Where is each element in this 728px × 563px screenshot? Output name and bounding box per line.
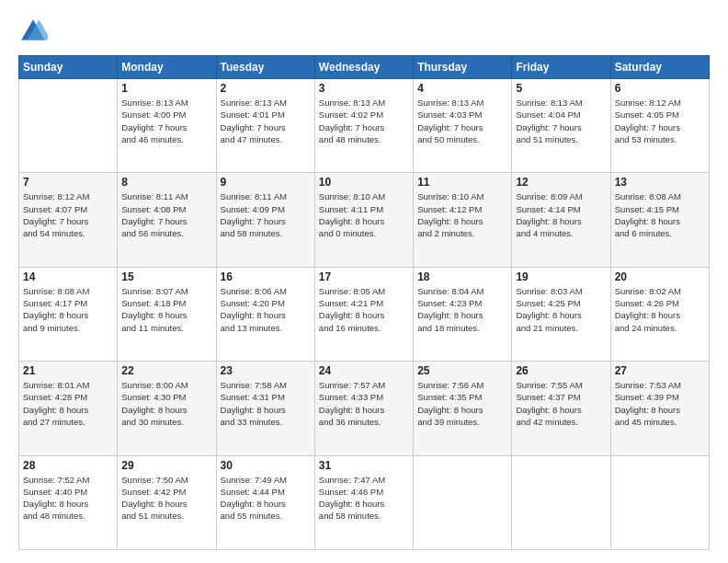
calendar-cell: 19Sunrise: 8:03 AM Sunset: 4:25 PM Dayli… <box>512 267 610 361</box>
day-number: 21 <box>23 364 113 377</box>
calendar-cell: 11Sunrise: 8:10 AM Sunset: 4:12 PM Dayli… <box>414 173 512 267</box>
day-info: Sunrise: 7:53 AM Sunset: 4:39 PM Dayligh… <box>615 379 705 428</box>
day-number: 8 <box>121 176 211 189</box>
calendar-cell: 3Sunrise: 8:13 AM Sunset: 4:02 PM Daylig… <box>314 79 413 173</box>
day-number: 13 <box>615 176 705 189</box>
day-number: 16 <box>221 270 311 283</box>
weekday-header-wednesday: Wednesday <box>314 56 413 79</box>
day-number: 22 <box>121 364 211 377</box>
day-info: Sunrise: 7:55 AM Sunset: 4:37 PM Dayligh… <box>516 379 606 428</box>
day-info: Sunrise: 7:58 AM Sunset: 4:31 PM Dayligh… <box>221 379 311 428</box>
calendar-cell: 17Sunrise: 8:05 AM Sunset: 4:21 PM Dayli… <box>314 267 413 361</box>
calendar-cell: 2Sunrise: 8:13 AM Sunset: 4:01 PM Daylig… <box>216 79 314 173</box>
calendar-cell: 18Sunrise: 8:04 AM Sunset: 4:23 PM Dayli… <box>414 267 512 361</box>
logo-icon <box>18 17 48 46</box>
day-number: 30 <box>221 459 311 472</box>
day-info: Sunrise: 7:50 AM Sunset: 4:42 PM Dayligh… <box>121 474 211 523</box>
day-number: 18 <box>417 270 507 283</box>
calendar-cell: 23Sunrise: 7:58 AM Sunset: 4:31 PM Dayli… <box>216 362 314 455</box>
day-number: 25 <box>417 364 507 377</box>
day-number: 24 <box>319 364 409 377</box>
calendar-cell: 8Sunrise: 8:11 AM Sunset: 4:08 PM Daylig… <box>118 173 216 267</box>
week-row-3: 14Sunrise: 8:08 AM Sunset: 4:17 PM Dayli… <box>19 267 710 361</box>
day-number: 23 <box>221 364 311 377</box>
day-info: Sunrise: 7:47 AM Sunset: 4:46 PM Dayligh… <box>319 474 409 523</box>
day-number: 2 <box>221 82 311 95</box>
weekday-header-row: SundayMondayTuesdayWednesdayThursdayFrid… <box>19 56 710 79</box>
day-info: Sunrise: 8:08 AM Sunset: 4:17 PM Dayligh… <box>23 285 113 334</box>
day-info: Sunrise: 8:11 AM Sunset: 4:08 PM Dayligh… <box>121 190 211 239</box>
calendar-cell: 4Sunrise: 8:13 AM Sunset: 4:03 PM Daylig… <box>414 79 512 173</box>
weekday-header-thursday: Thursday <box>414 56 512 79</box>
calendar-cell <box>610 455 709 549</box>
weekday-header-monday: Monday <box>118 56 216 79</box>
day-info: Sunrise: 7:56 AM Sunset: 4:35 PM Dayligh… <box>417 379 507 428</box>
calendar-cell <box>19 79 118 173</box>
day-number: 4 <box>417 82 507 95</box>
calendar-cell: 15Sunrise: 8:07 AM Sunset: 4:18 PM Dayli… <box>118 267 216 361</box>
day-number: 9 <box>221 176 311 189</box>
day-number: 3 <box>319 82 409 95</box>
day-info: Sunrise: 8:13 AM Sunset: 4:03 PM Dayligh… <box>417 97 507 145</box>
day-info: Sunrise: 8:13 AM Sunset: 4:04 PM Dayligh… <box>516 97 606 145</box>
calendar-cell: 30Sunrise: 7:49 AM Sunset: 4:44 PM Dayli… <box>216 455 314 549</box>
day-info: Sunrise: 8:10 AM Sunset: 4:11 PM Dayligh… <box>319 190 409 239</box>
calendar-cell: 20Sunrise: 8:02 AM Sunset: 4:26 PM Dayli… <box>610 267 709 361</box>
day-number: 20 <box>615 270 705 283</box>
day-number: 15 <box>121 270 211 283</box>
day-info: Sunrise: 8:10 AM Sunset: 4:12 PM Dayligh… <box>417 190 507 239</box>
day-info: Sunrise: 8:09 AM Sunset: 4:14 PM Dayligh… <box>516 190 606 239</box>
header <box>18 17 710 46</box>
day-info: Sunrise: 7:49 AM Sunset: 4:44 PM Dayligh… <box>221 474 311 523</box>
week-row-5: 28Sunrise: 7:52 AM Sunset: 4:40 PM Dayli… <box>19 455 710 549</box>
day-info: Sunrise: 8:00 AM Sunset: 4:30 PM Dayligh… <box>121 379 211 428</box>
day-info: Sunrise: 8:13 AM Sunset: 4:00 PM Dayligh… <box>121 97 211 145</box>
week-row-4: 21Sunrise: 8:01 AM Sunset: 4:28 PM Dayli… <box>19 362 710 455</box>
weekday-header-sunday: Sunday <box>19 56 118 79</box>
week-row-1: 1Sunrise: 8:13 AM Sunset: 4:00 PM Daylig… <box>19 79 710 173</box>
day-info: Sunrise: 8:13 AM Sunset: 4:02 PM Dayligh… <box>319 97 409 145</box>
day-number: 14 <box>23 270 113 283</box>
day-info: Sunrise: 8:12 AM Sunset: 4:05 PM Dayligh… <box>615 97 705 145</box>
day-info: Sunrise: 8:13 AM Sunset: 4:01 PM Dayligh… <box>221 97 311 145</box>
calendar-cell <box>512 455 610 549</box>
calendar-cell: 9Sunrise: 8:11 AM Sunset: 4:09 PM Daylig… <box>216 173 314 267</box>
calendar-cell: 28Sunrise: 7:52 AM Sunset: 4:40 PM Dayli… <box>19 455 118 549</box>
calendar-cell: 14Sunrise: 8:08 AM Sunset: 4:17 PM Dayli… <box>19 267 118 361</box>
calendar-cell: 26Sunrise: 7:55 AM Sunset: 4:37 PM Dayli… <box>512 362 610 455</box>
day-info: Sunrise: 8:07 AM Sunset: 4:18 PM Dayligh… <box>121 285 211 334</box>
day-info: Sunrise: 8:02 AM Sunset: 4:26 PM Dayligh… <box>615 285 705 334</box>
weekday-header-tuesday: Tuesday <box>216 56 314 79</box>
day-info: Sunrise: 8:03 AM Sunset: 4:25 PM Dayligh… <box>516 285 606 334</box>
calendar-cell: 31Sunrise: 7:47 AM Sunset: 4:46 PM Dayli… <box>314 455 413 549</box>
calendar: SundayMondayTuesdayWednesdayThursdayFrid… <box>18 55 710 550</box>
calendar-cell: 21Sunrise: 8:01 AM Sunset: 4:28 PM Dayli… <box>19 362 118 455</box>
day-number: 12 <box>516 176 606 189</box>
calendar-cell: 24Sunrise: 7:57 AM Sunset: 4:33 PM Dayli… <box>314 362 413 455</box>
calendar-cell: 5Sunrise: 8:13 AM Sunset: 4:04 PM Daylig… <box>512 79 610 173</box>
calendar-cell: 25Sunrise: 7:56 AM Sunset: 4:35 PM Dayli… <box>414 362 512 455</box>
calendar-cell <box>414 455 512 549</box>
day-number: 5 <box>516 82 606 95</box>
day-number: 6 <box>615 82 705 95</box>
day-number: 26 <box>516 364 606 377</box>
day-number: 27 <box>615 364 705 377</box>
day-info: Sunrise: 7:57 AM Sunset: 4:33 PM Dayligh… <box>319 379 409 428</box>
calendar-cell: 27Sunrise: 7:53 AM Sunset: 4:39 PM Dayli… <box>610 362 709 455</box>
weekday-header-saturday: Saturday <box>610 56 709 79</box>
day-number: 29 <box>121 459 211 472</box>
page: SundayMondayTuesdayWednesdayThursdayFrid… <box>0 0 728 563</box>
weekday-header-friday: Friday <box>512 56 610 79</box>
calendar-cell: 16Sunrise: 8:06 AM Sunset: 4:20 PM Dayli… <box>216 267 314 361</box>
day-number: 19 <box>516 270 606 283</box>
day-info: Sunrise: 8:04 AM Sunset: 4:23 PM Dayligh… <box>417 285 507 334</box>
logo-area <box>18 17 51 46</box>
day-number: 10 <box>319 176 409 189</box>
day-info: Sunrise: 8:12 AM Sunset: 4:07 PM Dayligh… <box>23 190 113 239</box>
calendar-cell: 29Sunrise: 7:50 AM Sunset: 4:42 PM Dayli… <box>118 455 216 549</box>
day-info: Sunrise: 8:11 AM Sunset: 4:09 PM Dayligh… <box>221 190 311 239</box>
day-number: 1 <box>121 82 211 95</box>
day-info: Sunrise: 8:08 AM Sunset: 4:15 PM Dayligh… <box>615 190 705 239</box>
calendar-cell: 22Sunrise: 8:00 AM Sunset: 4:30 PM Dayli… <box>118 362 216 455</box>
calendar-cell: 12Sunrise: 8:09 AM Sunset: 4:14 PM Dayli… <box>512 173 610 267</box>
